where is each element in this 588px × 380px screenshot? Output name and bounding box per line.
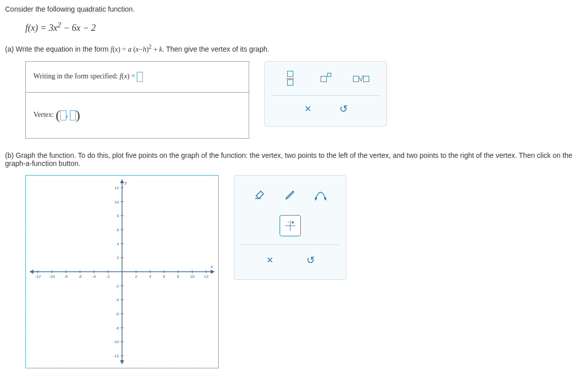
form-answer-cell: Writing in the form specified: f(x) = [26, 62, 249, 93]
svg-text:4: 4 [149, 274, 151, 279]
vertex-x-input[interactable] [60, 110, 66, 120]
svg-text:10: 10 [114, 199, 119, 204]
svg-text:12: 12 [114, 186, 119, 190]
svg-text:-4: -4 [115, 298, 120, 302]
svg-text:y: y [124, 180, 127, 185]
graph-function-tool[interactable] [310, 185, 331, 205]
svg-text:-2: -2 [106, 274, 110, 279]
svg-text:-2: -2 [115, 283, 120, 288]
graph-toolbox: × × ↺ [234, 175, 346, 280]
pencil-tool[interactable] [280, 185, 300, 205]
svg-text:4: 4 [117, 241, 120, 246]
form-input[interactable] [137, 72, 143, 82]
svg-text:-12: -12 [113, 354, 119, 358]
svg-text:12: 12 [204, 274, 209, 279]
svg-text:×: × [292, 221, 294, 224]
sqrt-tool[interactable]: √ [351, 71, 371, 87]
intro-text: Consider the following quadratic functio… [5, 5, 583, 13]
eraser-tool[interactable] [250, 185, 270, 205]
svg-text:-12: -12 [35, 274, 41, 279]
reset-graph-button[interactable]: ↺ [300, 250, 321, 270]
clear-button[interactable]: × [298, 101, 318, 117]
part-b-label: (b) Graph the function. To do this, plot… [5, 151, 583, 167]
exponent-tool[interactable] [316, 71, 336, 87]
svg-text:-6: -6 [78, 274, 82, 279]
clear-graph-button[interactable]: × [260, 250, 280, 270]
vertex-label: Vertex: [33, 111, 56, 118]
svg-text:-10: -10 [49, 274, 55, 279]
part-a-label: (a) Write the equation in the form f(x) … [5, 44, 583, 54]
given-equation: f(x) = 3x2 − 6x − 2 [25, 21, 583, 33]
svg-text:2: 2 [135, 274, 137, 279]
svg-text:-10: -10 [113, 340, 119, 344]
svg-text:-4: -4 [92, 274, 96, 279]
answer-box-group: Writing in the form specified: f(x) = Ve… [25, 61, 249, 139]
svg-text:-8: -8 [64, 274, 68, 279]
svg-point-60 [325, 197, 326, 199]
reset-button[interactable]: ↺ [333, 101, 354, 117]
svg-text:6: 6 [117, 228, 120, 232]
svg-text:8: 8 [177, 274, 180, 279]
svg-text:6: 6 [163, 274, 166, 279]
svg-text:x: x [210, 264, 213, 269]
svg-text:-8: -8 [115, 325, 120, 330]
writing-label: Writing in the form specified: [33, 72, 120, 80]
svg-point-59 [316, 197, 317, 199]
graph-area[interactable]: -12-10-8-6-4-224681012 -12-10-8-6-4-2246… [25, 175, 219, 368]
svg-text:10: 10 [190, 274, 194, 279]
svg-text:8: 8 [117, 214, 120, 218]
point-tool[interactable]: × [280, 215, 301, 236]
svg-text:2: 2 [117, 256, 120, 260]
coordinate-grid[interactable]: -12-10-8-6-4-224681012 -12-10-8-6-4-2246… [28, 178, 216, 365]
svg-text:-6: -6 [115, 312, 120, 316]
vertex-y-input[interactable] [70, 110, 76, 120]
vertex-answer-cell: Vertex: (, ) [26, 93, 249, 138]
fraction-tool[interactable] [280, 71, 300, 87]
math-toolbox: √ × ↺ [264, 61, 387, 126]
